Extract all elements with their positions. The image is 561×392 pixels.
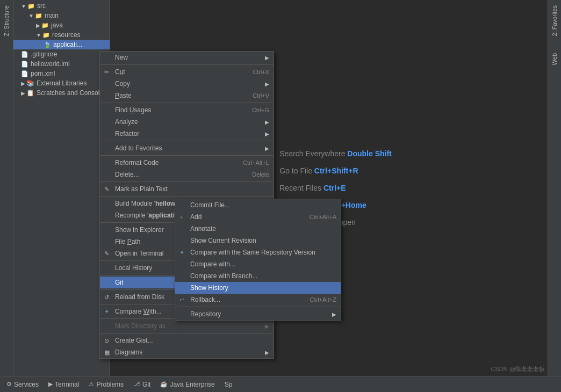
tab-services[interactable]: ⚙ Services — [2, 379, 43, 390]
submenu-shortcut-add: Ctrl+Alt+A — [310, 214, 336, 220]
menu-icon-cut: ✂ — [104, 69, 115, 76]
tree-item-src[interactable]: ▼ 📁 src — [13, 1, 110, 11]
file-icon: 📄 — [21, 51, 28, 58]
lib-icon: 📚 — [26, 79, 34, 87]
menu-sep-2 — [100, 103, 274, 103]
menu-item-refactor[interactable]: Refactor ▶ — [100, 128, 274, 140]
menu-sep-6 — [100, 196, 274, 197]
folder-icon: 📁 — [27, 3, 35, 10]
submenu-item-show-history[interactable]: Show History — [175, 282, 341, 294]
menu-icon-reload: ↺ — [104, 294, 115, 301]
menu-arrow-favorites: ▶ — [265, 146, 269, 151]
submenu-label-compare-with2: Compare with... — [190, 260, 336, 268]
menu-label-find: Find Usages — [115, 106, 241, 114]
menu-sep-5 — [100, 182, 274, 182]
tab-sp[interactable]: Sp — [220, 379, 237, 390]
menu-item-diagrams[interactable]: ▦ Diagrams ▶ — [100, 346, 274, 358]
tree-item-pom[interactable]: 📄 pom.xml — [13, 69, 110, 78]
submenu-label-compare-same: Compare with the Same Repository Version — [190, 249, 336, 256]
web-tab[interactable]: Web — [551, 50, 558, 68]
submenu-label-compare-branch: Compare with Branch... — [190, 272, 336, 280]
submenu-label-show-current: Show Current Revision — [190, 237, 336, 244]
tree-item-resources[interactable]: ▼ 📁 resources — [13, 30, 110, 40]
menu-item-cut[interactable]: ✂ Cut Ctrl+X — [100, 66, 274, 78]
hint-search: Search Everywhere Double Shift — [279, 146, 392, 161]
submenu-item-compare-with2[interactable]: Compare with... — [175, 258, 341, 270]
menu-item-mark-dir[interactable]: Mark Directory as ▶ — [100, 320, 274, 332]
git-icon: ⎇ — [133, 381, 140, 388]
menu-shortcut-reformat: Ctrl+Alt+L — [243, 159, 269, 166]
submenu-item-annotate[interactable]: Annotate — [175, 223, 341, 235]
menu-arrow-refactor: ▶ — [265, 131, 269, 137]
submenu-item-compare-same[interactable]: ✦ Compare with the Same Repository Versi… — [175, 246, 341, 258]
submenu-item-commit[interactable]: Commit File... — [175, 199, 341, 211]
tree-item-application[interactable]: 🍃 applicati... — [13, 40, 110, 49]
tab-java-enterprise[interactable]: ☕ Java Enterprise — [156, 379, 219, 390]
tab-problems[interactable]: ⚠ Problems — [84, 379, 128, 390]
submenu-icon-compare-same: ✦ — [179, 249, 190, 256]
menu-item-analyze[interactable]: Analyze ▶ — [100, 116, 274, 128]
tree-item-java[interactable]: ▶ 📁 java — [13, 20, 110, 30]
menu-arrow-new: ▶ — [265, 55, 269, 61]
menu-arrow-analyze: ▶ — [265, 119, 269, 125]
bottom-bar: ⚙ Services ▶ Terminal ⚠ Problems ⎇ Git ☕… — [0, 376, 561, 392]
tree-label: Scratches and Consol... — [37, 89, 105, 97]
tree-item-scratches[interactable]: ▶ 📋 Scratches and Consol... — [13, 88, 110, 98]
tree-label: java — [51, 21, 63, 29]
menu-sep-3 — [100, 141, 274, 141]
tab-services-label: Services — [14, 381, 39, 388]
menu-sep-1 — [100, 64, 274, 65]
menu-label-reformat: Reformat Code — [115, 159, 232, 166]
menu-item-paste[interactable]: Paste Ctrl+V — [100, 90, 274, 101]
menu-item-create-gist[interactable]: ⊙ Create Gist... — [100, 335, 274, 346]
submenu-item-add[interactable]: + Add Ctrl+Alt+A — [175, 211, 341, 223]
tab-git[interactable]: ⎇ Git — [129, 379, 155, 390]
hint-recent-key: Ctrl+E — [323, 184, 346, 192]
submenu-item-repository[interactable]: Repository ▶ — [175, 308, 341, 320]
submenu-label-annotate: Annotate — [190, 225, 336, 233]
file-icon: 📄 — [21, 70, 28, 77]
tree-item-ext-libs[interactable]: ▶ 📚 External Libraries — [13, 78, 110, 88]
menu-label-paste: Paste — [115, 92, 242, 99]
menu-item-add-favorites[interactable]: Add to Favorites ▶ — [100, 142, 274, 154]
menu-item-new[interactable]: New ▶ — [100, 52, 274, 63]
menu-label-diagrams: Diagrams — [115, 349, 261, 356]
tab-terminal-label: Terminal — [55, 381, 79, 388]
menu-shortcut-find: Ctrl+G — [252, 107, 269, 113]
file-icon: 📄 — [21, 61, 28, 68]
tree-label: .gitignore — [31, 50, 57, 58]
folder-icon: 📁 — [42, 32, 50, 39]
submenu-item-rollback[interactable]: ↩ Rollback... Ctrl+Alt+Z — [175, 294, 341, 306]
menu-item-copy[interactable]: Copy ▶ — [100, 78, 274, 90]
menu-item-mark-plain[interactable]: ✎ Mark as Plain Text — [100, 183, 274, 195]
menu-label-new: New — [115, 54, 261, 61]
expand-arrow: ▶ — [36, 23, 40, 28]
tab-git-label: Git — [142, 381, 150, 388]
submenu-shortcut-rollback: Ctrl+Alt+Z — [310, 296, 336, 303]
submenu-sep-1 — [175, 307, 341, 307]
tree-item-gitignore[interactable]: 📄 .gitignore — [13, 49, 110, 59]
favorites-tab[interactable]: 2: Favorites — [551, 2, 558, 39]
expand-arrow: ▼ — [21, 3, 26, 9]
tab-sp-label: Sp — [225, 381, 233, 388]
tab-terminal[interactable]: ▶ Terminal — [44, 379, 83, 390]
hint-goto-key: Ctrl+Shift+R — [314, 166, 358, 175]
menu-icon-open-terminal: ✎ — [104, 250, 115, 257]
menu-item-find-usages[interactable]: Find Usages Ctrl+G — [100, 104, 274, 116]
file-icon: 🍃 — [44, 41, 51, 48]
tree-item-main[interactable]: ▼ 📁 main — [13, 11, 110, 20]
menu-item-delete[interactable]: Delete... Delete — [100, 169, 274, 180]
scratch-icon: 📋 — [26, 89, 34, 97]
expand-arrow: ▶ — [21, 90, 25, 96]
structure-tab[interactable]: Z: Structure — [3, 2, 10, 39]
menu-item-reformat[interactable]: Reformat Code Ctrl+Alt+L — [100, 157, 274, 169]
folder-icon: 📁 — [41, 22, 49, 29]
tree-item-helloworld[interactable]: 📄 helloworld.iml — [13, 59, 110, 69]
submenu-arrow-repository: ▶ — [332, 311, 336, 317]
menu-arrow-mark-dir: ▶ — [265, 323, 269, 329]
left-sidebar: Z: Structure — [0, 0, 13, 376]
submenu-label-add: Add — [190, 213, 299, 221]
submenu-item-show-current[interactable]: Show Current Revision — [175, 235, 341, 246]
menu-shortcut-paste: Ctrl+V — [253, 92, 269, 99]
submenu-item-compare-branch[interactable]: Compare with Branch... — [175, 270, 341, 282]
